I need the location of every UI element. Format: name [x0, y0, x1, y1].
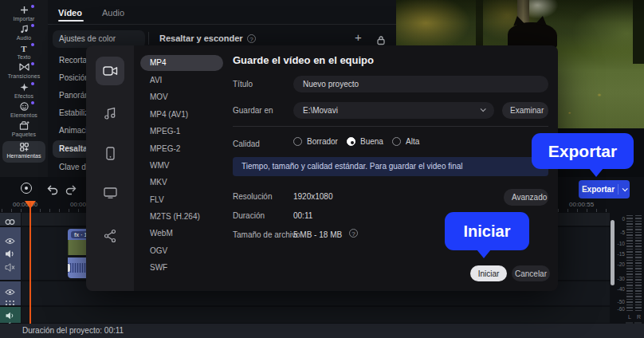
- format-list-fade: [135, 275, 231, 291]
- premium-dot: [31, 5, 34, 8]
- format-m2ts[interactable]: M2TS (H.264): [140, 209, 223, 225]
- export-tooltip-callout: Exportar: [532, 133, 634, 169]
- sidebar-item-import[interactable]: Importar: [2, 6, 45, 25]
- smiley-icon: [2, 102, 45, 112]
- meter-db-label: -5: [614, 230, 625, 235]
- export-button[interactable]: Exportar: [579, 180, 630, 198]
- ruler-label: 00:00:55: [569, 201, 594, 208]
- speaker-muted-icon[interactable]: [5, 261, 15, 275]
- main-sidebar: Importar Audio T Texto Transiciones Efec…: [0, 0, 48, 177]
- music-icon: [104, 107, 116, 120]
- track-lane-music[interactable]: [22, 307, 610, 323]
- resolution-value: 1920x1080: [293, 192, 333, 201]
- meter-db-label: 0: [614, 216, 625, 222]
- quality-label: Calidad: [233, 140, 260, 148]
- quality-radio-good[interactable]: Buena: [347, 137, 383, 146]
- sidebar-item-elements[interactable]: Elementos: [2, 102, 45, 121]
- chevron-down-icon[interactable]: [618, 187, 630, 191]
- save-location-select[interactable]: E:\Movavi: [293, 102, 494, 119]
- filesize-value: 5 MB - 18 MB: [293, 230, 342, 239]
- track-header-linked[interactable]: [0, 213, 21, 226]
- premium-dot: [31, 24, 34, 27]
- duration-value: 00:11: [293, 211, 312, 220]
- format-mov[interactable]: MOV: [140, 89, 223, 105]
- share-icon: [104, 230, 116, 242]
- format-ogv[interactable]: OGV: [140, 243, 223, 259]
- text-icon: T: [2, 44, 45, 53]
- sidebar-item-packages[interactable]: Paquetes: [2, 121, 45, 140]
- add-icon[interactable]: +: [355, 30, 362, 44]
- format-wmv[interactable]: WMV: [140, 158, 223, 174]
- sidebar-item-audio[interactable]: Audio: [2, 25, 45, 44]
- dialog-destination-rail: [86, 45, 134, 291]
- playhead-line[interactable]: [29, 202, 31, 324]
- sidebar-item-transitions[interactable]: Transiciones: [2, 63, 45, 82]
- package-icon: [2, 121, 45, 131]
- undo-button[interactable]: [47, 183, 58, 198]
- audio-meter-right: [635, 215, 642, 312]
- resolution-label: Resolución: [233, 192, 272, 201]
- radio-selected-icon: [347, 137, 355, 146]
- speaker-icon[interactable]: [5, 247, 15, 261]
- eye-icon[interactable]: [5, 234, 15, 248]
- divider: [233, 126, 548, 127]
- sidebar-item-tools[interactable]: Herramientas: [2, 141, 45, 163]
- help-icon[interactable]: ?: [349, 229, 358, 238]
- title-input[interactable]: [293, 76, 548, 92]
- sidebar-item-effects[interactable]: Efectos: [2, 83, 45, 102]
- redo-button[interactable]: [65, 183, 77, 198]
- tab-audio[interactable]: Audio: [102, 8, 124, 18]
- ruler-ticks: [558, 209, 609, 212]
- meter-db-label: -10: [614, 241, 625, 246]
- quality-radio-high[interactable]: Alta: [392, 137, 419, 146]
- track-header-music[interactable]: [0, 307, 21, 323]
- tv-icon: [104, 187, 117, 198]
- tools-grid-icon: [2, 143, 45, 152]
- divider: [48, 24, 396, 25]
- sidebar-item-text[interactable]: T Texto: [2, 44, 45, 63]
- divider: [148, 32, 149, 45]
- track-header-video[interactable]: [0, 227, 21, 280]
- format-avi[interactable]: AVI: [140, 73, 223, 88]
- help-icon[interactable]: ?: [247, 34, 256, 43]
- start-tooltip-callout: Iniciar: [445, 212, 529, 250]
- chevron-down-icon: [481, 106, 486, 112]
- meter-db-label: -30: [614, 276, 625, 281]
- destination-device[interactable]: [96, 139, 124, 167]
- destination-share[interactable]: [96, 222, 124, 250]
- radio-icon: [293, 137, 302, 146]
- advanced-button[interactable]: Avanzado: [504, 189, 548, 206]
- plus-icon: [2, 6, 45, 15]
- track-header-overlay[interactable]: [0, 281, 21, 305]
- format-swf[interactable]: SWF: [140, 260, 223, 276]
- camera-icon: [103, 65, 118, 77]
- browse-button[interactable]: Examinar: [502, 102, 548, 119]
- format-mp4-av1[interactable]: MP4 (AV1): [140, 107, 223, 123]
- premium-dot: [31, 43, 34, 46]
- format-mpeg2[interactable]: MPEG-2: [140, 141, 223, 157]
- destination-audio[interactable]: [96, 99, 124, 128]
- format-webm[interactable]: WebM: [140, 226, 223, 242]
- dialog-title: Guarde el vídeo en el equipo: [233, 54, 374, 66]
- tab-video[interactable]: Vídeo: [58, 8, 82, 18]
- premium-dot: [31, 101, 34, 104]
- destination-computer[interactable]: [96, 57, 124, 85]
- title-label: Título: [233, 80, 253, 88]
- audio-meter-left: [626, 215, 633, 312]
- format-flv[interactable]: FLV: [140, 192, 223, 208]
- format-mkv[interactable]: MKV: [140, 175, 223, 191]
- clip-handle[interactable]: [68, 264, 70, 272]
- format-mpeg1[interactable]: MPEG-1: [140, 124, 223, 140]
- sparkle-icon: [2, 83, 45, 92]
- destination-tv[interactable]: [96, 179, 124, 207]
- project-duration: Duración del proyecto: 00:11: [22, 326, 124, 335]
- status-bar: Duración del proyecto: 00:11: [0, 324, 644, 338]
- cancel-button[interactable]: Cancelar: [512, 265, 550, 281]
- meter-db-label: -50: [614, 299, 625, 305]
- meter-db-label: -15: [614, 251, 625, 257]
- format-mp4[interactable]: MP4: [140, 55, 223, 71]
- start-export-button[interactable]: Iniciar: [470, 265, 507, 281]
- quality-radio-draft[interactable]: Borrador: [293, 137, 338, 146]
- record-button[interactable]: [21, 183, 32, 194]
- meter-channel-label: R: [637, 314, 641, 320]
